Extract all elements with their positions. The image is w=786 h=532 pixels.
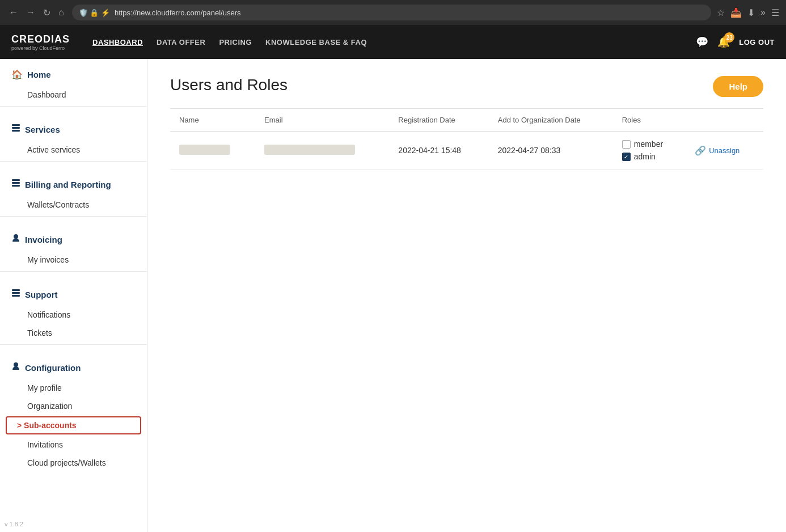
version-text: v 1.8.2 [5, 521, 23, 527]
logo: CREODIAS powered by CloudFerro [11, 33, 70, 51]
nav-knowledge[interactable]: KNOWLEDGE BASE & FAQ [265, 38, 367, 47]
role-member-row: member [622, 140, 677, 149]
member-label: member [634, 140, 663, 149]
nav-right: 💬 🔔 23 LOG OUT [696, 36, 775, 48]
browser-nav-buttons: ← → ↻ ⌂ [7, 6, 66, 19]
cell-name [170, 132, 255, 170]
download-icon[interactable]: ⬇ [747, 7, 755, 18]
content-area: Users and Roles Help Name Email Registra… [147, 59, 786, 532]
invoicing-icon [11, 234, 20, 245]
svg-rect-8 [12, 292, 20, 294]
svg-rect-0 [12, 124, 20, 126]
logo-text: CREODIAS [11, 33, 70, 45]
cell-email [255, 132, 389, 170]
cell-org-date: 2022-04-27 08:33 [489, 132, 613, 170]
url-text: https://new.cloudferro.com/panel/users [115, 9, 241, 17]
nav-links: DASHBOARD DATA OFFER PRICING KNOWLEDGE B… [92, 38, 679, 47]
sidebar-section-header-configuration[interactable]: Configuration [0, 356, 147, 379]
back-button[interactable]: ← [7, 6, 20, 19]
email-redacted [264, 145, 355, 155]
sidebar-services-label: Services [25, 125, 60, 134]
extensions-icon[interactable]: » [760, 7, 766, 18]
sidebar-section-configuration: Configuration My profile Organization > … [0, 352, 147, 476]
sidebar-section-header-billing[interactable]: Billing and Reporting [0, 173, 147, 196]
svg-rect-1 [12, 127, 20, 129]
name-redacted [179, 145, 230, 155]
sidebar-section-header-home[interactable]: 🏠 Home [0, 64, 147, 86]
roles-list: member admin [622, 140, 677, 161]
svg-rect-3 [12, 179, 20, 181]
unassign-icon: 🔗 [695, 145, 706, 156]
support-icon [11, 289, 20, 300]
refresh-button[interactable]: ↻ [41, 6, 53, 19]
configuration-icon [11, 362, 20, 373]
svg-rect-2 [12, 130, 20, 132]
page-title: Users and Roles [170, 76, 288, 94]
sidebar-item-my-profile[interactable]: My profile [0, 379, 147, 397]
sidebar-section-invoicing: Invoicing My invoices [0, 223, 147, 278]
unassign-label: Unassign [709, 146, 739, 155]
sidebar-configuration-label: Configuration [25, 363, 81, 373]
cell-roles: member admin [613, 132, 686, 170]
admin-checkbox[interactable] [622, 153, 631, 161]
svg-point-6 [14, 234, 18, 239]
top-nav: CREODIAS powered by CloudFerro DASHBOARD… [0, 25, 786, 59]
browser-chrome: ← → ↻ ⌂ 🛡️ 🔒 ⚡ https://new.cloudferro.co… [0, 0, 786, 25]
svg-rect-4 [12, 182, 20, 184]
col-reg-date: Registration Date [389, 109, 488, 132]
unassign-button[interactable]: 🔗 Unassign [695, 145, 739, 156]
logout-button[interactable]: LOG OUT [739, 38, 775, 47]
sidebar-item-dashboard[interactable]: Dashboard [0, 86, 147, 104]
cell-reg-date: 2022-04-21 15:48 [389, 132, 488, 170]
main-layout: 🏠 Home Dashboard Services Active service… [0, 59, 786, 532]
nav-dashboard[interactable]: DASHBOARD [92, 38, 143, 47]
home-button[interactable]: ⌂ [56, 6, 66, 19]
bookmark-icon[interactable]: ☆ [717, 7, 725, 18]
table-row: 2022-04-21 15:48 2022-04-27 08:33 member… [170, 132, 763, 170]
sidebar-item-my-invoices[interactable]: My invoices [0, 251, 147, 269]
sidebar-item-sub-accounts[interactable]: > Sub-accounts [6, 416, 141, 434]
content-header: Users and Roles Help [170, 76, 763, 97]
sidebar-item-invitations[interactable]: Invitations [0, 436, 147, 454]
svg-rect-9 [12, 295, 20, 297]
nav-data-offer[interactable]: DATA OFFER [157, 38, 205, 47]
nav-pricing[interactable]: PRICING [219, 38, 252, 47]
notification-count: 23 [724, 32, 734, 43]
browser-actions: ☆ 📥 ⬇ » ☰ [717, 7, 779, 18]
col-action [686, 109, 763, 132]
pocket-icon[interactable]: 📥 [730, 7, 742, 18]
address-bar[interactable]: 🛡️ 🔒 ⚡ https://new.cloudferro.com/panel/… [72, 5, 711, 20]
sidebar-item-wallets[interactable]: Wallets/Contracts [0, 196, 147, 214]
sidebar-item-tickets[interactable]: Tickets [0, 324, 147, 342]
role-admin-row: admin [622, 152, 677, 161]
member-checkbox[interactable] [622, 140, 631, 149]
sidebar-support-label: Support [25, 290, 58, 299]
svg-point-10 [14, 362, 18, 367]
sidebar-item-organization[interactable]: Organization [0, 397, 147, 415]
sidebar-section-header-services[interactable]: Services [0, 118, 147, 141]
cell-action: 🔗 Unassign [686, 132, 763, 170]
billing-icon [11, 179, 20, 190]
sidebar-home-label: Home [27, 70, 51, 79]
sidebar-section-home: 🏠 Home Dashboard [0, 59, 147, 113]
sidebar-section-header-support[interactable]: Support [0, 283, 147, 306]
forward-button[interactable]: → [24, 6, 37, 19]
sidebar-section-header-invoicing[interactable]: Invoicing [0, 228, 147, 251]
menu-icon[interactable]: ☰ [771, 7, 779, 18]
col-name: Name [170, 109, 255, 132]
admin-label: admin [634, 152, 656, 161]
svg-rect-7 [12, 289, 20, 291]
notifications-badge[interactable]: 🔔 23 [717, 36, 730, 48]
sidebar-item-cloud-projects[interactable]: Cloud projects/Wallets [0, 454, 147, 472]
sidebar-section-billing: Billing and Reporting Wallets/Contracts [0, 168, 147, 223]
logo-sub: powered by CloudFerro [11, 45, 70, 51]
sidebar-item-notifications[interactable]: Notifications [0, 306, 147, 324]
col-org-date: Add to Organization Date [489, 109, 613, 132]
users-table: Name Email Registration Date Add to Orga… [170, 108, 763, 170]
chat-icon[interactable]: 💬 [696, 36, 708, 48]
sidebar-section-services: Services Active services [0, 113, 147, 168]
svg-rect-5 [12, 185, 20, 187]
col-roles: Roles [613, 109, 686, 132]
sidebar-item-active-services[interactable]: Active services [0, 141, 147, 159]
help-button[interactable]: Help [713, 76, 763, 97]
